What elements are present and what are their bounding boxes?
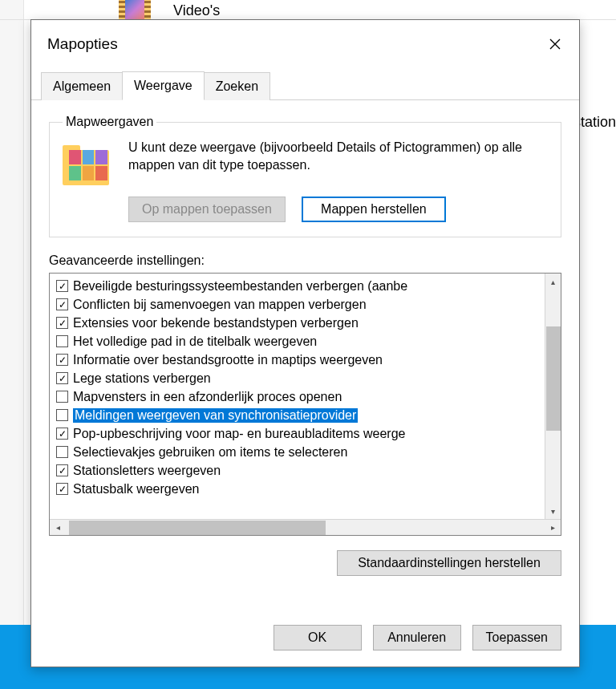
dialog-button-row: OK Annuleren Toepassen: [31, 609, 579, 667]
checkbox[interactable]: [56, 335, 68, 347]
scroll-thumb-vertical[interactable]: [546, 326, 561, 431]
vertical-scrollbar[interactable]: ▴ ▾: [545, 274, 561, 519]
list-item-label: Het volledige pad in de titelbalk weerge…: [73, 334, 317, 349]
checkbox[interactable]: ✓: [56, 483, 68, 495]
list-item-label: Selectievakjes gebruiken om items te sel…: [73, 445, 347, 460]
tab-strip: Algemeen Weergave Zoeken: [31, 71, 579, 100]
list-item[interactable]: Selectievakjes gebruiken om items te sel…: [56, 443, 545, 461]
checkbox[interactable]: ✓: [56, 280, 68, 292]
list-item-label: Beveiligde besturingssysteembestanden ve…: [73, 279, 407, 294]
scroll-down-icon[interactable]: ▾: [545, 503, 561, 519]
list-item-label: Stationsletters weergeven: [73, 464, 221, 478]
explorer-item-label: Video's: [173, 2, 220, 19]
apply-button[interactable]: Toepassen: [472, 625, 561, 650]
list-item[interactable]: ✓Conflicten bij samenvoegen van mappen v…: [56, 295, 545, 314]
checkbox[interactable]: [56, 446, 68, 458]
folder-options-dialog: Mapopties Algemeen Weergave Zoeken Mapwe…: [30, 19, 580, 667]
list-item[interactable]: ✓Informatie over bestandsgrootte in mapt…: [56, 351, 545, 369]
list-item[interactable]: Meldingen weergeven van synchronisatiepr…: [56, 406, 545, 424]
mapweergaven-legend: Mapweergaven: [63, 115, 156, 129]
list-item[interactable]: ✓Beveiligde besturingssysteembestanden v…: [56, 277, 545, 295]
list-item[interactable]: ✓Lege stations verbergen: [56, 369, 545, 387]
checkbox[interactable]: ✓: [56, 428, 68, 440]
checkbox[interactable]: ✓: [56, 317, 68, 329]
list-item-label: Meldingen weergeven van synchronisatiepr…: [73, 408, 358, 423]
close-button[interactable]: [542, 31, 568, 57]
mapweergaven-description: U kunt deze weergave (bijvoorbeeld Detai…: [128, 139, 548, 173]
scroll-up-icon[interactable]: ▴: [545, 274, 561, 290]
folder-views-icon: [63, 142, 112, 185]
list-item-label: Statusbalk weergeven: [73, 482, 199, 496]
close-icon: [549, 38, 561, 51]
title-bar: Mapopties: [31, 20, 579, 65]
tab-content: Mapweergaven U kunt deze weergave (bijvo…: [31, 100, 579, 609]
horizontal-scrollbar[interactable]: ◂ ▸: [50, 519, 561, 535]
advanced-settings-label: Geavanceerde instellingen:: [49, 253, 561, 268]
ok-button[interactable]: OK: [274, 625, 362, 650]
advanced-settings-list: ✓Beveiligde besturingssysteembestanden v…: [49, 273, 561, 536]
checkbox[interactable]: ✓: [56, 464, 68, 476]
checkbox[interactable]: ✓: [56, 354, 68, 366]
advanced-settings-items[interactable]: ✓Beveiligde besturingssysteembestanden v…: [50, 274, 545, 519]
scroll-thumb-horizontal[interactable]: [69, 521, 326, 535]
tab-algemeen[interactable]: Algemeen: [41, 72, 123, 100]
list-item[interactable]: ✓Stationsletters weergeven: [56, 461, 545, 480]
checkbox[interactable]: ✓: [56, 298, 68, 310]
reset-folders-button[interactable]: Mappen herstellen: [302, 197, 446, 222]
list-item-label: Pop-upbeschrijving voor map- en bureaubl…: [73, 427, 405, 441]
list-item[interactable]: Mapvensters in een afzonderlijk proces o…: [56, 387, 545, 406]
list-item-label: Conflicten bij samenvoegen van mappen ve…: [73, 298, 367, 312]
checkbox[interactable]: ✓: [56, 372, 68, 384]
list-item[interactable]: ✓Pop-upbeschrijving voor map- en bureaub…: [56, 424, 545, 443]
restore-defaults-button[interactable]: Standaardinstellingen herstellen: [337, 550, 561, 576]
list-item[interactable]: Het volledige pad in de titelbalk weerge…: [56, 332, 545, 351]
tab-weergave[interactable]: Weergave: [122, 71, 205, 100]
tab-zoeken[interactable]: Zoeken: [204, 72, 270, 100]
list-item-label: Extensies voor bekende bestandstypen ver…: [73, 316, 359, 330]
apply-to-folders-button: Op mappen toepassen: [128, 197, 286, 222]
checkbox[interactable]: [56, 409, 68, 421]
list-item-label: Informatie over bestandsgrootte in mapti…: [73, 353, 383, 367]
list-item[interactable]: ✓Statusbalk weergeven: [56, 480, 545, 498]
mapweergaven-group: Mapweergaven U kunt deze weergave (bijvo…: [49, 115, 561, 237]
scroll-left-icon[interactable]: ◂: [50, 520, 66, 535]
explorer-sidebar-edge: [0, 0, 24, 689]
list-item-label: Lege stations verbergen: [73, 371, 211, 386]
scroll-right-icon[interactable]: ▸: [545, 520, 561, 535]
cancel-button[interactable]: Annuleren: [373, 625, 461, 650]
list-item[interactable]: ✓Extensies voor bekende bestandstypen ve…: [56, 314, 545, 332]
list-item-label: Mapvensters in een afzonderlijk proces o…: [73, 390, 342, 404]
checkbox[interactable]: [56, 391, 68, 403]
dialog-title: Mapopties: [47, 35, 118, 53]
